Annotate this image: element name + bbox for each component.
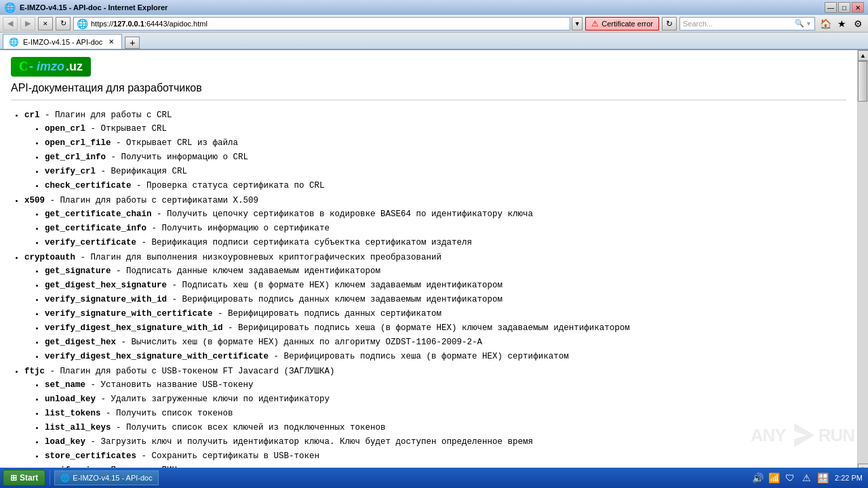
list-item: unload_key - Удалить загруженные ключи п…: [45, 392, 846, 406]
taskbar-antivirus-icon[interactable]: ⚠: [800, 471, 813, 485]
taskbar-ie-label: E-IMZO-v4.15 - API-doc: [73, 474, 152, 482]
list-item: get_crl_info - Получить информацию о CRL: [45, 150, 846, 164]
list-item: open_crl - Открывает CRL: [45, 122, 846, 136]
tab-favicon: 🌐: [9, 37, 19, 47]
taskbar-ie-button[interactable]: 🌐 E-IMZO-v4.15 - API-doc: [54, 470, 158, 485]
section-x509-desc: - Плагин для работы с сертификатами X.50…: [50, 196, 259, 205]
start-button[interactable]: ⊞ Start: [3, 470, 45, 486]
address-text: https://127.0.0.1:64443/apidoc.html: [91, 20, 208, 28]
section-x509-items: get_certificate_chain - Получить цепочку…: [24, 207, 846, 249]
logo-container: C - imzo .uz: [11, 57, 846, 77]
tab-bar: 🌐 E-IMZO-v4.15 - API-doc ✕ +: [0, 33, 868, 50]
cert-warning-icon: ⚠: [591, 19, 599, 28]
main-content: C - imzo .uz API-документация для разраб…: [0, 50, 857, 474]
section-ftjc: ftjc - Плагин для работы с USB-токеном F…: [24, 365, 846, 474]
section-crl: crl - Плагин для работы с CRL open_crl -…: [24, 108, 846, 192]
list-item: open_crl_file - Открывает CRL из файла: [45, 136, 846, 150]
tab-label: E-IMZO-v4.15 - API-doc: [23, 38, 102, 46]
taskbar-separator: [50, 470, 50, 485]
close-button[interactable]: ✕: [852, 2, 864, 13]
title-bar: 🌐 E-IMZO-v4.15 - API-doc - Internet Expl…: [0, 0, 868, 15]
section-x509: x509 - Плагин для работы с сертификатами…: [24, 194, 846, 249]
list-item: list_tokens - Получить список токенов: [45, 407, 846, 420]
taskbar-security-icon[interactable]: 🛡: [783, 471, 797, 485]
section-ftjc-items: set_name - Установить название USB-токен…: [24, 378, 846, 474]
logo-brand: - imzo: [29, 60, 64, 74]
section-cryptoauth-items: get_signature - Подписать данные ключем …: [24, 264, 846, 363]
nav-icons: 🏠 ★ ⚙: [818, 17, 865, 30]
search-placeholder: Search...: [683, 20, 793, 28]
page-content: C - imzo .uz API-документация для разраб…: [0, 50, 868, 474]
address-container: 🌐 https://127.0.0.1:64443/apidoc.html ▼: [73, 17, 583, 30]
maximize-button[interactable]: □: [838, 2, 850, 13]
refresh-button[interactable]: ↻: [56, 17, 71, 30]
taskbar: ⊞ Start 🌐 E-IMZO-v4.15 - API-doc 🔊 📶 🛡 ⚠…: [0, 468, 868, 488]
cert-error-button[interactable]: ⚠ Certificate error: [585, 17, 659, 30]
tab-close-button[interactable]: ✕: [106, 37, 116, 47]
list-item: store_certificates - Сохранить сертифика…: [45, 449, 846, 463]
active-tab[interactable]: 🌐 E-IMZO-v4.15 - API-doc ✕: [3, 34, 122, 49]
section-crl-name: crl: [24, 110, 40, 120]
list-item: load_key - Загрузить ключ и получить иде…: [45, 435, 846, 449]
forward-button[interactable]: ▶: [20, 17, 35, 30]
address-bar[interactable]: 🌐 https://127.0.0.1:64443/apidoc.html: [73, 17, 570, 30]
logo: C - imzo .uz: [11, 57, 91, 77]
section-x509-name: x509: [24, 196, 45, 205]
cert-error-label: Certificate error: [601, 20, 653, 28]
list-item: set_name - Установить название USB-токен…: [45, 378, 846, 392]
search-bar[interactable]: Search... 🔍 ▼: [679, 17, 815, 30]
scroll-track[interactable]: [858, 61, 869, 464]
new-tab-button[interactable]: +: [125, 37, 140, 49]
section-ftjc-name: ftjc: [24, 367, 45, 376]
list-item: get_digest_hex - Вычислить хеш (в формат…: [45, 336, 846, 349]
taskbar-sound-icon[interactable]: 🔊: [751, 471, 764, 485]
list-item: list_all_keys - Получить список всех клю…: [45, 421, 846, 434]
stop-button[interactable]: ✕: [38, 17, 53, 30]
list-item: get_digest_hex_signature - Подписать хеш…: [45, 279, 846, 292]
watermark: ANY RUN: [751, 423, 854, 447]
list-item: verify_signature_with_id - Верифицироват…: [45, 293, 846, 306]
back-button[interactable]: ◀: [3, 17, 18, 30]
svg-marker-0: [794, 423, 814, 447]
minimize-button[interactable]: —: [825, 2, 837, 13]
taskbar-windows-icon[interactable]: 🪟: [816, 471, 829, 485]
address-dropdown[interactable]: ▼: [572, 17, 583, 30]
taskbar-time: 2:22 PM: [835, 474, 863, 482]
list-item: verify_crl - Верификация CRL: [45, 165, 846, 178]
section-cryptoauth: cryptoauth - Плагин для выполнения низко…: [24, 251, 846, 363]
list-item: check_certificate - Проверка статуса сер…: [45, 179, 846, 192]
section-ftjc-desc: - Плагин для работы с USB-токеном FT Jav…: [50, 367, 335, 376]
start-orb: ⊞: [10, 473, 17, 483]
search-dropdown[interactable]: ▼: [806, 20, 812, 27]
navigation-bar: ◀ ▶ ✕ ↻ 🌐 https://127.0.0.1:64443/apidoc…: [0, 15, 868, 33]
list-item: get_certificate_info - Получить информац…: [45, 222, 846, 235]
list-item: verify_digest_hex_signature_with_id - Ве…: [45, 321, 846, 335]
start-label: Start: [20, 473, 38, 483]
section-cryptoauth-name: cryptoauth: [24, 253, 75, 262]
taskbar-right: 🔊 📶 🛡 ⚠ 🪟 2:22 PM: [751, 471, 865, 485]
home-icon[interactable]: 🏠: [818, 17, 833, 30]
logo-tld: .uz: [66, 60, 83, 74]
address-suffix: :64443/apidoc.html: [144, 20, 208, 28]
scroll-thumb[interactable]: [858, 61, 867, 102]
section-crl-items: open_crl - Открывает CRL open_crl_file -…: [24, 122, 846, 192]
settings-icon[interactable]: ⚙: [850, 17, 865, 30]
list-item: get_certificate_chain - Получить цепочку…: [45, 207, 846, 221]
navigate-button[interactable]: ↻: [662, 17, 677, 30]
address-host: 127.0.0.1: [113, 20, 144, 28]
scrollbar[interactable]: ▲ ▼: [857, 50, 868, 474]
list-item: get_signature - Подписать данные ключем …: [45, 264, 846, 278]
taskbar-network-icon[interactable]: 📶: [767, 471, 781, 485]
favorites-icon[interactable]: ★: [834, 17, 849, 30]
watermark-logo: [790, 423, 814, 447]
watermark-text: ANY: [751, 425, 786, 446]
window-controls: — □ ✕: [825, 2, 864, 13]
api-sections-list: crl - Плагин для работы с CRL open_crl -…: [11, 108, 846, 474]
taskbar-ie-icon: 🌐: [60, 474, 70, 483]
separator: [11, 100, 846, 100]
list-item: verify_digest_hex_signature_with_certifi…: [45, 350, 846, 363]
scroll-up-button[interactable]: ▲: [858, 50, 869, 61]
search-button[interactable]: 🔍: [793, 18, 806, 30]
section-crl-desc: - Плагин для работы с CRL: [45, 110, 172, 120]
list-item: verify_signature_with_certificate - Вери…: [45, 307, 846, 321]
